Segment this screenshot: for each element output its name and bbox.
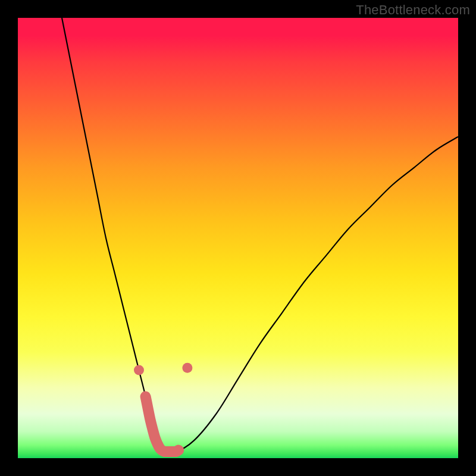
curve-highlight-segment: [146, 396, 179, 452]
curve-marker-dot: [182, 363, 192, 373]
curve-markers: [134, 363, 192, 375]
chart-frame: TheBottleneck.com: [0, 0, 476, 476]
plot-area: [18, 18, 458, 458]
bottleneck-curve: [18, 18, 458, 458]
curve-marker-dot: [134, 365, 144, 375]
watermark-text: TheBottleneck.com: [356, 2, 470, 18]
curve-line: [62, 18, 458, 452]
